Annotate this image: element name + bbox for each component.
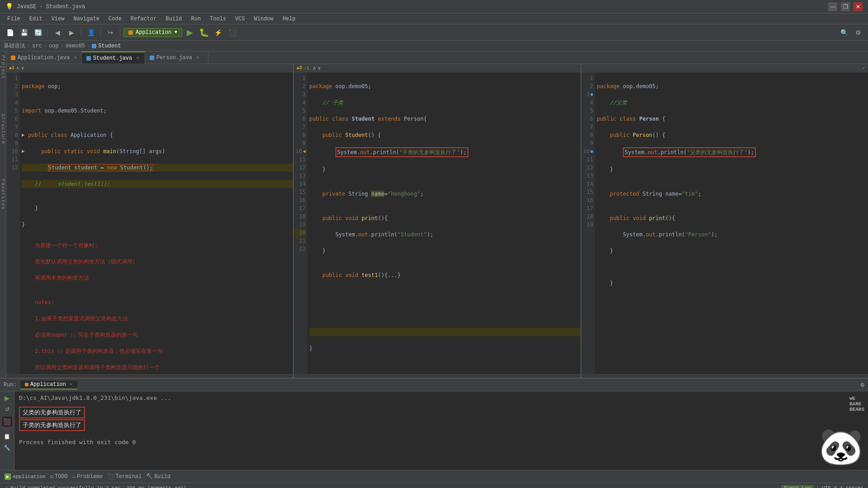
code-line-5: ▶public class Application { <box>22 131 293 139</box>
run-finish-line: Process finished with exit code 0 <box>19 437 764 447</box>
s-line-21: } <box>309 344 580 352</box>
back-button[interactable]: ◀ <box>51 26 64 39</box>
problems-tab[interactable]: ⚠ Problems <box>72 473 103 480</box>
maximize-button[interactable]: ❐ <box>841 2 850 11</box>
code-line-11: } <box>22 221 293 229</box>
build-tab[interactable]: 🔨 Build <box>146 473 170 480</box>
tab-close-app[interactable]: × <box>74 55 77 61</box>
profile-button[interactable]: 👤 <box>85 26 97 39</box>
new-file-button[interactable]: 📄 <box>4 26 16 39</box>
search-button[interactable]: 🔍 <box>838 26 850 39</box>
run-stop-button[interactable]: ⬛ <box>2 417 12 427</box>
run-tab-application[interactable]: Application × <box>20 380 77 389</box>
sync-button[interactable]: 🔄 <box>32 26 44 39</box>
toolbar: 📄 💾 🔄 ◀ ▶ 👤 ↩ Application ▼ ▶ 🐛 ⚡ ⬛ 🔍 ⚙ <box>0 24 868 41</box>
title-bar: 💡 JavaSE - Student.java — ❐ ✕ <box>0 0 868 14</box>
s-line-10: public void print(){ <box>309 214 580 222</box>
s-line-4: public Student() { <box>309 131 580 139</box>
code-line-7: Student student = new Student(); <box>22 164 293 172</box>
indent-label[interactable]: 4 spaces <box>840 485 863 488</box>
menu-edit[interactable]: Edit <box>25 15 47 23</box>
run-output-box-1: 父类的无参构造执行了 <box>19 407 85 418</box>
p-line-2: //父类 <box>597 99 868 107</box>
run-icon[interactable]: ▶ Application <box>5 474 46 480</box>
menu-tools[interactable]: Tools <box>205 15 231 23</box>
code-panel-person: ✓ 123●456789 10● 111213141516171819 pack… <box>581 64 868 378</box>
breadcrumb-item[interactable]: src <box>32 43 42 49</box>
s-line-20 <box>309 328 580 336</box>
p-line-11: System.out.println("Person"); <box>597 230 868 239</box>
coverage-button[interactable]: ⚡ <box>212 26 224 39</box>
breadcrumb-item[interactable]: 基础语法 <box>4 42 25 50</box>
save-button[interactable]: 💾 <box>18 26 30 39</box>
app-icon: 💡 <box>5 3 13 10</box>
code-comment-2: 再调用本类的构造方法 <box>22 274 293 282</box>
code-comment-7: 2.this（）是调用子类的构造器，也必须写在第一句 <box>22 347 293 355</box>
run-filter-button[interactable]: 🔧 <box>2 443 12 453</box>
menu-view[interactable]: View <box>47 15 69 23</box>
settings-button[interactable]: ⚙ <box>852 26 864 39</box>
editor-area: Application.java × Student.java × Person… <box>6 52 868 378</box>
code-line-6: ▶ public static void main(String[] args) <box>22 147 293 155</box>
run-tab-close[interactable]: × <box>70 382 73 387</box>
event-log-badge[interactable]: Event Log <box>781 485 813 488</box>
favorites-sidebar-label[interactable]: Favorites <box>0 175 6 213</box>
code-line-1: package oop; <box>22 82 293 90</box>
stop-button[interactable]: ⬛ <box>226 26 238 39</box>
breadcrumb-item-current[interactable]: Student <box>92 43 121 49</box>
menu-navigate[interactable]: Navigate <box>69 15 104 23</box>
encoding-label[interactable]: UTF-8 <box>822 485 837 488</box>
panda-decoration: 🐼 WEBAREBEARS <box>769 391 868 470</box>
menu-run[interactable]: Run <box>186 15 205 23</box>
minimize-button[interactable]: — <box>828 2 837 11</box>
run-button[interactable]: ▶ <box>184 26 196 39</box>
tab-person-java[interactable]: Person.java × <box>145 52 208 64</box>
run-label: Run: <box>4 382 17 388</box>
status-bar: ✓ Build completed successfully in 2 sec,… <box>0 483 868 488</box>
s-line-6: } <box>309 165 580 174</box>
run-rerun-button[interactable]: ↺ <box>2 404 12 414</box>
tab-application-java[interactable]: Application.java × <box>6 52 82 64</box>
p-line-8: protected String name="tim"; <box>597 190 868 198</box>
code-comment-5: 1.如果子类想要显式调用父类构造方法 <box>22 314 293 323</box>
run-output-box-2: 子类的无参构造执行了 <box>19 419 85 431</box>
tab-close-student[interactable]: × <box>136 56 139 61</box>
code-line-3: import oop.demo05.Student; <box>22 107 293 115</box>
p-line-15: } <box>597 279 868 287</box>
menu-code[interactable]: Code <box>104 15 126 23</box>
menu-build[interactable]: Build <box>161 15 186 23</box>
code-panel-student: ▲3 ✓1 ∧ ∨ 123456789 10◀ 1112131415161718… <box>294 64 581 378</box>
breadcrumb-item[interactable]: oop <box>49 43 59 49</box>
p-line-12: } <box>597 247 868 255</box>
breadcrumb-item[interactable]: demo05 <box>66 43 85 49</box>
run-scroll-button[interactable]: 📋 <box>2 432 12 441</box>
forward-button[interactable]: ▶ <box>65 26 78 39</box>
close-button[interactable]: ✕ <box>854 2 863 11</box>
run-settings-icon[interactable]: ⚙ <box>861 381 864 389</box>
code-comment-1: 首先默认调用父类的构造方法（隐式调用） <box>22 258 293 266</box>
s-line-1: package oop.demo05; <box>309 82 580 90</box>
terminal-tab[interactable]: ⬛ Terminal <box>108 473 142 480</box>
run-config-dropdown[interactable]: Application ▼ <box>123 28 182 37</box>
menu-window[interactable]: Window <box>250 15 278 23</box>
code-panel-application: ▲1 ∧ ∨ 123456789101112 package oop; impo… <box>6 64 294 378</box>
run-play-button[interactable]: ▶ <box>2 393 12 403</box>
project-sidebar-label[interactable]: Project <box>0 52 6 83</box>
debug-button[interactable]: 🐛 <box>198 26 210 39</box>
menu-help[interactable]: Help <box>278 15 300 23</box>
todo-tab[interactable]: ☑ TODO <box>50 473 68 480</box>
code-line-8: // student.test1(); <box>22 180 293 188</box>
tab-bar: Application.java × Student.java × Person… <box>6 52 868 64</box>
tab-student-java[interactable]: Student.java × <box>82 52 145 64</box>
menu-refactor[interactable]: Refactor <box>126 15 161 23</box>
tab-close-person[interactable]: × <box>196 55 199 61</box>
s-line-11: System.out.println("Student"); <box>309 230 580 239</box>
code-comment-4: notes: <box>22 298 293 306</box>
menu-vcs[interactable]: VCS <box>231 15 250 23</box>
s-line-14: public void test1(){...} <box>309 271 580 279</box>
p-line-6: } <box>597 165 868 174</box>
s-line-3: public class Student extends Person{ <box>309 115 580 123</box>
menu-file[interactable]: File <box>3 15 25 23</box>
undo-button[interactable]: ↩ <box>104 26 117 39</box>
structure-sidebar-label[interactable]: Structure <box>0 110 6 148</box>
